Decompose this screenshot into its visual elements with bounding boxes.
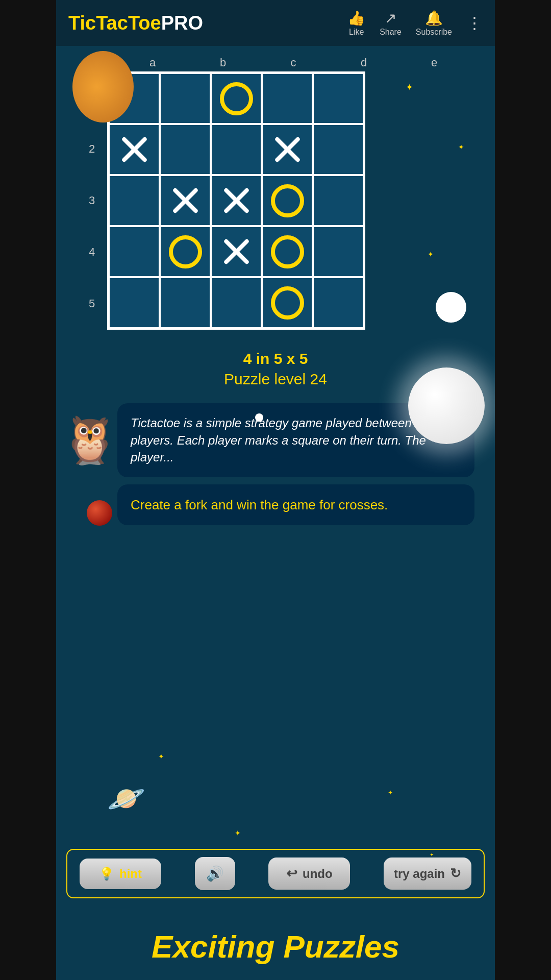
sound-button[interactable]: 🔊 bbox=[195, 857, 235, 890]
undo-label: undo bbox=[303, 867, 333, 881]
sun-decoration bbox=[72, 51, 134, 122]
cell-1-3[interactable] bbox=[211, 73, 262, 124]
o-mark bbox=[220, 82, 253, 115]
cell-2-3[interactable] bbox=[211, 124, 262, 175]
cell-2-2[interactable] bbox=[160, 124, 211, 175]
x-mark bbox=[169, 184, 202, 217]
star-decoration: ✦ bbox=[388, 789, 393, 796]
cell-2-5[interactable] bbox=[313, 124, 364, 175]
x-mark bbox=[271, 133, 304, 166]
cell-5-3[interactable] bbox=[211, 277, 262, 328]
hint-button[interactable]: 💡 hint bbox=[80, 859, 161, 889]
app-logo: TicTacToePRO bbox=[68, 12, 337, 34]
hint-text: Create a fork and win the game for cross… bbox=[131, 497, 388, 512]
lightbulb-icon: 💡 bbox=[99, 867, 114, 881]
row-label-2: 2 bbox=[77, 124, 107, 175]
cell-4-4[interactable] bbox=[262, 226, 313, 277]
subscribe-label: Subscribe bbox=[416, 28, 452, 37]
cell-2-4[interactable] bbox=[262, 124, 313, 175]
row-label-4: 4 bbox=[77, 227, 107, 278]
cell-3-3[interactable] bbox=[211, 175, 262, 226]
share-label: Share bbox=[380, 28, 402, 37]
try-again-button[interactable]: try again ↻ bbox=[384, 857, 471, 890]
subscribe-button[interactable]: 🔔 Subscribe bbox=[416, 10, 452, 37]
saturn-decoration: 🪐 bbox=[107, 780, 145, 817]
col-label-a: a bbox=[127, 56, 178, 69]
x-mark bbox=[118, 133, 151, 166]
try-again-label: try again bbox=[394, 867, 445, 881]
owl-mascot: 🦉 bbox=[61, 413, 118, 467]
o-mark bbox=[271, 235, 304, 268]
star-decoration: ✦ bbox=[158, 752, 164, 761]
cell-5-1[interactable] bbox=[109, 277, 160, 328]
white-ball-small bbox=[436, 292, 466, 323]
cell-3-5[interactable] bbox=[313, 175, 364, 226]
refresh-icon: ↻ bbox=[450, 866, 461, 881]
cell-2-1[interactable] bbox=[109, 124, 160, 175]
footer-text: Exciting Puzzles bbox=[56, 928, 495, 965]
cell-5-5[interactable] bbox=[313, 277, 364, 328]
bell-icon: 🔔 bbox=[425, 10, 443, 27]
col-labels: a b c d e bbox=[77, 56, 474, 69]
x-mark bbox=[220, 184, 253, 217]
o-mark bbox=[271, 184, 304, 217]
cell-4-1[interactable] bbox=[109, 226, 160, 277]
star-dot bbox=[255, 413, 263, 422]
cell-3-2[interactable] bbox=[160, 175, 211, 226]
cell-5-2[interactable] bbox=[160, 277, 211, 328]
game-grid bbox=[107, 71, 365, 330]
like-button[interactable]: 👍 Like bbox=[347, 10, 365, 37]
description-text: Tictactoe is a simple strategy game play… bbox=[131, 416, 434, 464]
speaker-icon: 🔊 bbox=[206, 865, 224, 882]
cell-4-5[interactable] bbox=[313, 226, 364, 277]
col-label-b: b bbox=[197, 56, 248, 69]
like-label: Like bbox=[349, 28, 364, 37]
star-decoration: ✦ bbox=[235, 829, 241, 837]
white-ball-large bbox=[408, 368, 485, 444]
col-label-e: e bbox=[409, 56, 460, 69]
row-label-5: 5 bbox=[77, 278, 107, 329]
hint-box: Create a fork and win the game for cross… bbox=[117, 484, 474, 525]
row-label-3: 3 bbox=[77, 175, 107, 226]
logo-pro: PRO bbox=[161, 12, 203, 34]
share-button[interactable]: ↗ Share bbox=[380, 10, 402, 37]
like-icon: 👍 bbox=[347, 10, 365, 27]
cell-3-4[interactable] bbox=[262, 175, 313, 226]
o-mark bbox=[271, 286, 304, 320]
cell-1-5[interactable] bbox=[313, 73, 364, 124]
puzzle-mode: 4 in 5 x 5 bbox=[61, 350, 490, 368]
col-label-d: d bbox=[338, 56, 389, 69]
o-mark bbox=[169, 235, 202, 268]
toolbar: 💡 hint 🔊 ↩ undo try again ↻ bbox=[66, 849, 485, 898]
share-icon: ↗ bbox=[385, 10, 396, 27]
cell-3-1[interactable] bbox=[109, 175, 160, 226]
x-mark bbox=[220, 235, 253, 268]
cell-5-4[interactable] bbox=[262, 277, 313, 328]
cell-4-3[interactable] bbox=[211, 226, 262, 277]
logo-title: TicTacToe bbox=[68, 12, 161, 34]
hint-label: hint bbox=[119, 867, 142, 881]
cell-1-4[interactable] bbox=[262, 73, 313, 124]
cell-4-2[interactable] bbox=[160, 226, 211, 277]
undo-button[interactable]: ↩ undo bbox=[268, 857, 350, 890]
cell-1-2[interactable] bbox=[160, 73, 211, 124]
menu-button[interactable]: ⋮ bbox=[466, 13, 483, 33]
undo-icon: ↩ bbox=[286, 866, 297, 881]
col-label-c: c bbox=[268, 56, 319, 69]
